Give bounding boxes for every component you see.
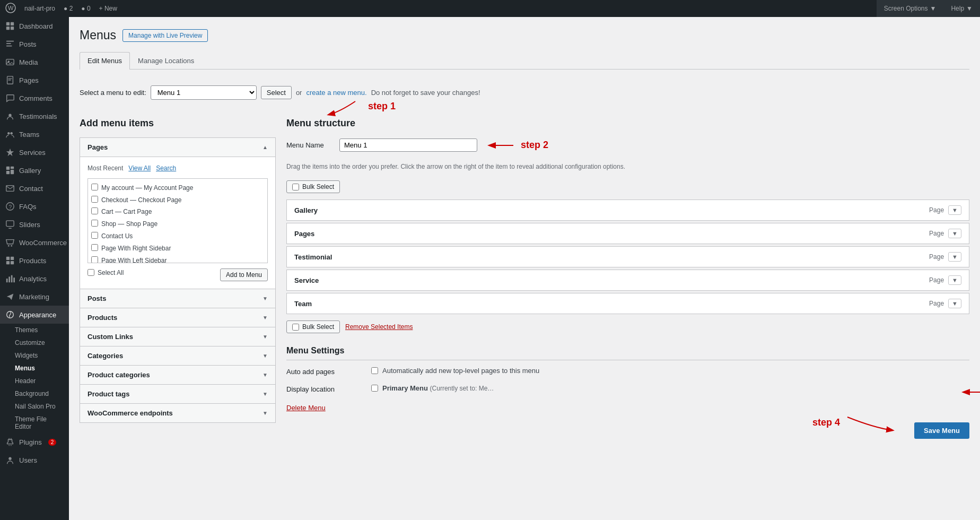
menu-item-testimonial-expand[interactable]: ▼ — [948, 252, 961, 262]
svg-point-15 — [7, 132, 10, 135]
sidebar-item-faqs[interactable]: ? FAQs — [0, 197, 69, 215]
menu-select-dropdown[interactable]: Menu 1 — [151, 85, 257, 100]
accordion-product-tags-header[interactable]: Product tags ▼ — [80, 385, 275, 403]
accordion-custom-links-header[interactable]: Custom Links ▼ — [80, 327, 275, 346]
accordion-products-header[interactable]: Products ▼ — [80, 308, 275, 327]
sidebar-item-media[interactable]: Media — [0, 53, 69, 71]
sidebar-item-plugins[interactable]: Plugins 2 — [0, 433, 69, 449]
accordion-pages-header[interactable]: Pages ▲ — [80, 138, 275, 157]
sidebar-item-pages[interactable]: Pages — [0, 71, 69, 89]
svg-point-24 — [8, 245, 10, 247]
sidebar-sub-menus[interactable]: Menus — [0, 362, 69, 375]
step4-annotation: step 4 — [812, 412, 895, 433]
primary-menu-checkbox[interactable] — [371, 385, 378, 392]
sidebar-item-posts[interactable]: Posts — [0, 35, 69, 53]
auto-add-label: Auto add pages — [286, 367, 361, 376]
top-right-buttons: Screen Options ▼ Help ▼ — [877, 0, 980, 17]
tab-manage-locations[interactable]: Manage Locations — [130, 52, 202, 69]
accordion-posts-header[interactable]: Posts ▼ — [80, 289, 275, 308]
tab-view-all[interactable]: View All — [128, 164, 151, 172]
menu-item-pages-expand[interactable]: ▼ — [948, 229, 961, 238]
screen-options-button[interactable]: Screen Options ▼ — [877, 0, 944, 17]
sidebar-item-marketing[interactable]: Marketing — [0, 288, 69, 306]
sidebar-item-testimonials[interactable]: Testimonials — [0, 107, 69, 125]
page-label-contact-us: Contact Us — [101, 232, 133, 241]
menu-description: Drag the items into the order you prefer… — [286, 162, 969, 172]
svg-rect-4 — [6, 27, 10, 30]
wp-logo-icon[interactable]: W — [5, 3, 16, 15]
page-checkbox-my-account[interactable] — [91, 184, 98, 190]
delete-menu-button[interactable]: Delete Menu — [286, 404, 326, 412]
new-button[interactable]: + New — [99, 5, 117, 12]
sidebar-sub-nail-salon-pro[interactable]: Nail Salon Pro — [0, 400, 69, 413]
select-all-label: Select All — [98, 269, 124, 276]
add-to-menu-button[interactable]: Add to Menu — [220, 268, 268, 281]
help-button[interactable]: Help ▼ — [943, 0, 980, 17]
sidebar-item-gallery[interactable]: Gallery — [0, 161, 69, 179]
sidebar-label-plugins: Plugins — [19, 438, 42, 446]
page-checkbox-cart[interactable] — [91, 207, 98, 214]
auto-add-checkbox[interactable] — [371, 367, 378, 374]
tab-edit-menus[interactable]: Edit Menus — [80, 52, 130, 70]
menu-item-gallery[interactable]: Gallery Page ▼ — [286, 200, 969, 221]
menu-item-team[interactable]: Team Page ▼ — [286, 293, 969, 314]
page-checkbox-contact-us[interactable] — [91, 232, 98, 239]
bulk-select-button-bottom[interactable]: Bulk Select — [286, 320, 340, 333]
sidebar-item-dashboard[interactable]: Dashboard — [0, 17, 69, 35]
manage-live-preview-button[interactable]: Manage with Live Preview — [122, 29, 208, 42]
menu-item-team-expand[interactable]: ▼ — [948, 299, 961, 308]
add-menu-items-title: Add menu items — [80, 118, 276, 129]
sidebar-item-analytics[interactable]: Analytics — [0, 270, 69, 288]
sidebar-sub-customize[interactable]: Customize — [0, 336, 69, 349]
settings-display-location-row: Display location Primary Menu (Currently… — [286, 384, 969, 395]
menu-item-pages[interactable]: Pages Page ▼ — [286, 223, 969, 244]
page-checkbox-left-sidebar[interactable] — [91, 256, 98, 263]
sidebar-item-comments[interactable]: Comments — [0, 89, 69, 107]
updates-count[interactable]: ● 2 — [64, 5, 73, 12]
page-checkbox-shop[interactable] — [91, 220, 98, 227]
page-checkbox-checkout[interactable] — [91, 196, 98, 203]
select-all-checkbox[interactable] — [88, 269, 94, 276]
sidebar-item-teams[interactable]: Teams — [0, 125, 69, 143]
comments-count[interactable]: ● 0 — [81, 5, 90, 12]
bulk-select-checkbox-top[interactable] — [292, 184, 299, 190]
menu-name-input[interactable]: Menu 1 — [339, 138, 477, 152]
sidebar-sub-theme-file-editor[interactable]: Theme File Editor — [0, 413, 69, 433]
chevron-down-icon: ▼ — [262, 372, 268, 378]
sidebar-label-posts: Posts — [19, 40, 37, 48]
create-new-menu-link[interactable]: create a new menu. — [306, 89, 366, 97]
sidebar-item-services[interactable]: Services — [0, 143, 69, 161]
svg-text:?: ? — [8, 204, 12, 210]
remove-selected-items-button[interactable]: Remove Selected Items — [345, 323, 413, 331]
accordion-product-categories-header[interactable]: Product categories ▼ — [80, 366, 275, 384]
save-menu-button[interactable]: Save Menu — [914, 422, 969, 439]
accordion-categories-header[interactable]: Categories ▼ — [80, 346, 275, 365]
sidebar-sub-themes[interactable]: Themes — [0, 324, 69, 336]
sidebar-sub-header[interactable]: Header — [0, 375, 69, 387]
tab-search[interactable]: Search — [156, 164, 176, 172]
sidebar-item-appearance[interactable]: Appearance — [0, 306, 69, 324]
svg-rect-8 — [6, 46, 12, 47]
left-panel: Add menu items Pages ▲ Most Recent View … — [80, 118, 276, 439]
menu-item-testimonial[interactable]: Testimonial Page ▼ — [286, 246, 969, 267]
menu-item-gallery-expand[interactable]: ▼ — [948, 205, 961, 215]
menu-name-area: Menu Name Menu 1 step 2 — [286, 137, 969, 153]
bulk-select-button-top[interactable]: Bulk Select — [286, 180, 340, 193]
sidebar-sub-widgets[interactable]: Widgets — [0, 349, 69, 362]
sidebar-item-contact[interactable]: Contact — [0, 179, 69, 197]
svg-rect-31 — [8, 276, 10, 282]
menu-structure-title: Menu structure — [286, 118, 969, 129]
page-checkbox-right-sidebar[interactable] — [91, 244, 98, 251]
sidebar-sub-background[interactable]: Background — [0, 387, 69, 400]
bulk-select-checkbox-bottom[interactable] — [292, 324, 299, 331]
menu-item-service[interactable]: Service Page ▼ — [286, 270, 969, 291]
select-button[interactable]: Select — [261, 86, 292, 99]
sidebar-item-sliders[interactable]: Sliders — [0, 215, 69, 233]
sidebar-item-products[interactable]: Products — [0, 252, 69, 270]
menu-item-service-expand[interactable]: ▼ — [948, 275, 961, 285]
dont-forget-text: Do not forget to save your changes! — [371, 89, 480, 97]
tab-most-recent[interactable]: Most Recent — [88, 164, 123, 172]
sidebar-item-woocommerce[interactable]: WooCommerce — [0, 233, 69, 252]
site-name[interactable]: nail-art-pro — [24, 5, 55, 12]
accordion-woo-endpoints-header[interactable]: WooCommerce endpoints ▼ — [80, 404, 275, 422]
